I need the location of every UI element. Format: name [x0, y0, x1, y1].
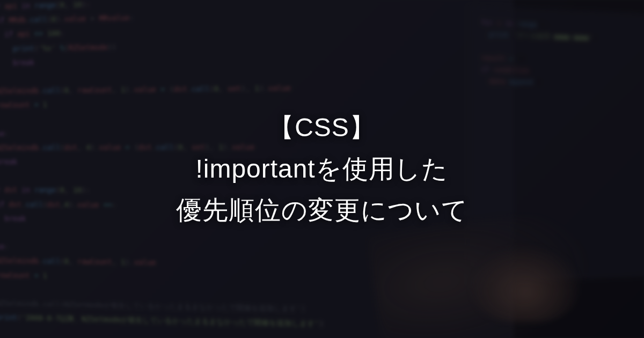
page-title: 【CSS】 !importantを使用した 優先順位の変更について [0, 107, 644, 231]
title-line-2: !importantを使用した [0, 149, 644, 190]
title-container: 【CSS】 !importantを使用した 優先順位の変更について [0, 107, 644, 231]
title-line-1: 【CSS】 [0, 107, 644, 149]
title-line-3: 優先順位の変更について [0, 189, 644, 231]
